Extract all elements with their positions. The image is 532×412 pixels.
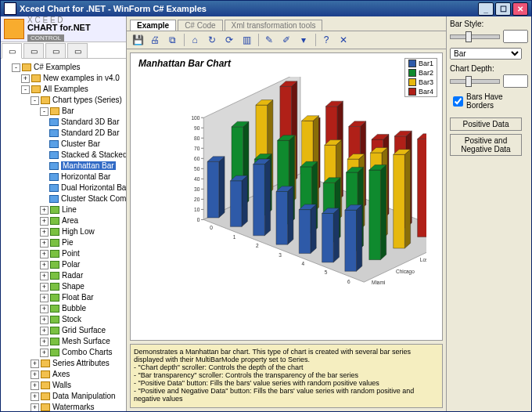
tree-node[interactable]: +Bubble [40, 303, 124, 314]
tree-node[interactable]: +Line [40, 204, 124, 215]
tree-node[interactable]: +Mesh Surface [40, 336, 124, 347]
svg-text:5: 5 [325, 269, 328, 275]
tree-node[interactable]: +Area [40, 215, 124, 226]
tab-xml[interactable]: Xml transformation tools [225, 20, 323, 31]
tree-node[interactable]: +Polar [40, 259, 124, 270]
legend-item: Bar1 [405, 59, 437, 68]
svg-marker-90 [242, 175, 247, 226]
tree-node[interactable]: +Radar [40, 270, 124, 281]
chart-depth-slider[interactable] [450, 79, 500, 84]
minimize-button[interactable]: _ [478, 2, 494, 16]
svg-marker-63 [404, 150, 410, 248]
svg-marker-87 [219, 157, 225, 218]
tree-tab-1[interactable]: ▭ [2, 43, 22, 59]
dropdown-icon[interactable]: ▾ [296, 32, 311, 48]
close-icon[interactable]: ✕ [336, 32, 351, 48]
svg-text:100: 100 [191, 115, 200, 121]
example-tree[interactable]: -C# Examples+New examples in v4.0-All Ex… [1, 59, 126, 411]
svg-text:6: 6 [347, 279, 350, 284]
tree-node[interactable]: +Stock [40, 314, 124, 325]
svg-text:20: 20 [194, 197, 200, 202]
expander-icon[interactable]: - [12, 63, 20, 72]
svg-marker-96 [288, 186, 293, 244]
svg-text:Los Angeles: Los Angeles [420, 257, 426, 263]
bars-borders-checkbox[interactable] [453, 96, 463, 107]
help-icon[interactable]: ? [318, 32, 334, 48]
tree-tab-2[interactable]: ▭ [23, 43, 44, 59]
tree-leaf[interactable]: Stacked & Stacked% Bar [49, 150, 124, 161]
tree-node[interactable]: +Float Bar [40, 292, 124, 303]
chart-area[interactable]: Manhattan Bar Chart Bar1Bar2Bar3Bar4 010… [130, 52, 443, 341]
home-icon[interactable]: ⌂ [187, 32, 203, 48]
window-title: Xceed Chart for .NET - WinForm C# Exampl… [20, 4, 207, 13]
chart-svg: 01020304050607080901000123456MiamiChicag… [146, 77, 426, 324]
brand-tag: CONTROL [27, 34, 64, 42]
copy-icon[interactable]: ⧉ [164, 32, 180, 48]
svg-text:30: 30 [194, 186, 200, 192]
tree-node[interactable]: +Grid Surface [40, 325, 124, 336]
tree-node[interactable]: +Shape [40, 281, 124, 292]
svg-marker-91 [230, 181, 242, 227]
chart-depth-label: Chart Depth: [450, 64, 528, 73]
svg-text:60: 60 [194, 156, 200, 161]
chart-toolbar: 💾🖨⧉⌂↻⟳▥✎✐▾?✕ [127, 31, 446, 49]
positive-negative-data-button[interactable]: Positive and Negative Data [450, 134, 522, 156]
rotate-icon[interactable]: ⟳ [221, 32, 237, 48]
svg-marker-97 [276, 191, 288, 244]
close-button[interactable]: ✕ [512, 2, 528, 16]
tree-node[interactable]: +Combo Charts [40, 347, 124, 358]
tree-node[interactable]: +High Low [40, 226, 124, 237]
refresh-icon[interactable]: ↻ [204, 32, 220, 48]
tree-node[interactable]: +Series Attributes [31, 358, 124, 369]
svg-text:3: 3 [279, 252, 282, 258]
chart-depth-value[interactable] [503, 74, 528, 88]
edit-icon[interactable]: ✐ [279, 32, 294, 48]
positive-data-button[interactable]: Positive Data [450, 117, 522, 131]
tree-tabstrip: ▭ ▭ ▭ ▭ [1, 42, 126, 59]
svg-text:4: 4 [302, 261, 305, 266]
print-icon[interactable]: 🖨 [147, 32, 163, 48]
titlebar: Xceed Chart for .NET - WinForm C# Exampl… [1, 1, 531, 16]
slider-thumb-icon[interactable] [466, 76, 472, 87]
svg-text:0: 0 [197, 217, 200, 222]
slider-thumb-icon[interactable] [466, 31, 472, 42]
desc-line: - "Positive Data" button: Fills the bars… [134, 379, 439, 387]
brand-logo-icon [4, 19, 24, 39]
tree-leaf[interactable]: Cluster Stack Combination [49, 193, 124, 204]
tree-tab-4[interactable]: ▭ [67, 43, 88, 59]
tree-node[interactable]: +Pie [40, 237, 124, 248]
brand-header: X C E E D CHART for.NET CONTROL [1, 16, 126, 42]
tree-leaf[interactable]: Horizontal Bar [49, 172, 124, 183]
left-panel: X C E E D CHART for.NET CONTROL ▭ ▭ ▭ ▭ … [1, 16, 127, 411]
tab-example[interactable]: Example [130, 20, 176, 31]
tree-leaf[interactable]: Cluster Bar [49, 139, 124, 150]
center-tabs: Example C# Code Xml transformation tools [127, 16, 446, 31]
right-panel: Bar Style: Bar Chart Depth: Bars Have Bo… [446, 16, 531, 411]
tree-leaf[interactable]: Standard 2D Bar [49, 128, 124, 139]
svg-marker-106 [345, 210, 357, 271]
bars-borders-label: Bars Have Borders [466, 92, 528, 110]
maximize-button[interactable]: ☐ [495, 2, 511, 16]
bar-style-select[interactable]: Bar [450, 48, 522, 60]
svg-text:70: 70 [194, 146, 200, 151]
tree-leaf[interactable]: Dual Horizontal Bar [49, 183, 124, 193]
tree-tab-3[interactable]: ▭ [45, 43, 66, 59]
svg-text:40: 40 [194, 176, 200, 182]
description-box: Demonstrates a Manhattan bar chart. This… [130, 344, 443, 408]
bar-style-slider[interactable] [450, 34, 500, 39]
tree-leaf[interactable]: Manhattan Bar [49, 161, 124, 172]
tab-code[interactable]: C# Code [178, 20, 222, 31]
tool-icon[interactable]: ✎ [261, 32, 277, 48]
save-icon[interactable]: 💾 [130, 32, 146, 48]
tree-node[interactable]: +Walls [31, 380, 124, 391]
tree-node[interactable]: +Point [40, 248, 124, 259]
svg-text:0: 0 [210, 225, 213, 230]
svg-marker-84 [380, 165, 386, 260]
tree-node[interactable]: +Axes [31, 369, 124, 380]
app-icon [4, 2, 16, 15]
tree-leaf[interactable]: Standard 3D Bar [49, 117, 124, 128]
chart-icon[interactable]: ▥ [239, 32, 254, 48]
tree-node[interactable]: +Data Manipulation [31, 391, 124, 402]
bar-style-value[interactable] [503, 30, 528, 43]
tree-node[interactable]: +Watermarks [31, 402, 124, 411]
